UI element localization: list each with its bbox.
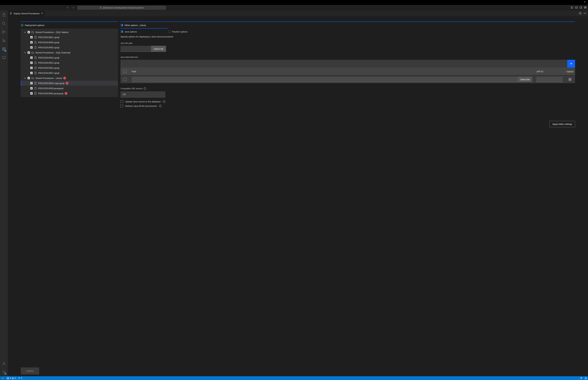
subtab-routine-options[interactable]: Routine options	[168, 29, 216, 35]
extensions-icon[interactable]: 1	[0, 46, 8, 52]
checkbox-checked[interactable]	[28, 31, 30, 33]
tree-item[interactable]: PROCEDURE9.javaspsql!	[21, 91, 118, 96]
layout-sidebar-right-icon[interactable]	[580, 6, 582, 9]
dependencies-search-area[interactable]	[120, 60, 567, 68]
tree-item[interactable]: PROCEDURE6.spsql	[21, 40, 118, 45]
tab-close-button[interactable]	[41, 12, 43, 15]
svg-point-0	[100, 7, 102, 8]
checkbox-checked[interactable]	[30, 36, 33, 38]
dependency-select-file-button[interactable]: Select file	[518, 77, 532, 82]
check-circle-icon	[21, 24, 23, 27]
layout-sidebar-left-icon[interactable]	[571, 6, 573, 9]
info-icon[interactable]	[159, 105, 162, 107]
tree-item[interactable]: PROCEDURE1.spsql	[21, 35, 118, 40]
info-icon[interactable]	[143, 87, 146, 90]
tree-item[interactable]: PROCEDURE2.spsql	[21, 60, 118, 65]
svg-point-9	[2, 31, 3, 32]
tree-item-label: PROCEDURE7.spsql	[38, 72, 59, 74]
select-all-checkbox[interactable]	[124, 70, 127, 73]
checkbox-checked[interactable]	[30, 92, 33, 95]
chevron-down-icon[interactable]	[24, 51, 26, 54]
svg-rect-4	[584, 7, 585, 7]
add-dependency-button[interactable]	[567, 60, 575, 68]
tree-item[interactable]: PROCEDURE7.spsql	[21, 70, 118, 76]
accounts-icon[interactable]	[0, 361, 8, 367]
deploy-button[interactable]: Deploy	[21, 367, 39, 375]
subtab-routine-label: Routine options	[172, 30, 188, 33]
extensions-badge: 1	[4, 50, 6, 52]
tree-group[interactable]: Stored Procedures - (SQL Native)	[21, 30, 118, 35]
remote-explorer-icon[interactable]	[0, 55, 8, 60]
checkbox-checked[interactable]	[30, 46, 33, 49]
procedures-tree: Stored Procedures - (SQL Native)PROCEDUR…	[21, 29, 118, 97]
settings-gear-icon[interactable]: 1	[0, 369, 8, 375]
svg-point-31	[19, 378, 19, 378]
file-icon	[34, 41, 37, 44]
tree-group[interactable]: Stored Procedures - (Java)!	[21, 76, 118, 81]
nav-back-icon[interactable]	[66, 6, 69, 9]
checkbox-checked[interactable]	[30, 82, 33, 84]
checkbox-checked[interactable]	[30, 67, 33, 69]
status-notifications-icon[interactable]	[584, 377, 588, 379]
tab-deploy-stored-procedures[interactable]: Deploy Stored Procedures	[8, 11, 45, 16]
command-center[interactable]: [Extension Development Host] Document	[77, 6, 166, 10]
checkbox-checked[interactable]	[30, 57, 33, 59]
svg-rect-5	[586, 7, 586, 7]
folder-icon	[31, 51, 34, 54]
checkbox-checked[interactable]	[30, 87, 33, 90]
run-debug-icon[interactable]	[0, 38, 8, 43]
dependency-path-input[interactable]	[132, 77, 518, 82]
svg-point-19	[3, 371, 4, 372]
chevron-down-icon[interactable]	[24, 31, 26, 33]
checkbox-checked[interactable]	[30, 62, 33, 64]
svg-point-8	[2, 22, 5, 24]
tree-group[interactable]: Stored Procedures - (SQL External)	[21, 50, 118, 55]
subtab-java-options[interactable]: Java options	[120, 28, 168, 35]
tree-item[interactable]: PROCEDURE8 copy.spsql!	[21, 81, 118, 86]
tree-item[interactable]: PROCEDURE4.spsql	[21, 65, 118, 70]
file-icon	[34, 82, 37, 85]
tree-item[interactable]: PROCEDURE3.spsql	[21, 55, 118, 60]
row-checkbox[interactable]	[124, 78, 127, 81]
file-icon	[34, 46, 37, 49]
remote-indicator[interactable]	[0, 376, 6, 380]
checkbox-checked[interactable]	[30, 41, 33, 43]
split-editor-icon[interactable]	[579, 12, 582, 15]
search-icon[interactable]	[0, 20, 8, 27]
upload-checkbox[interactable]	[569, 78, 571, 81]
nav-forward-icon[interactable]	[72, 6, 75, 9]
checkbox-checked[interactable]	[28, 77, 30, 79]
status-problems[interactable]: 0 0	[6, 377, 17, 379]
error-icon	[7, 377, 9, 379]
layout-customize-icon[interactable]	[584, 6, 587, 9]
jar-id-input[interactable]	[536, 77, 563, 82]
tree-item[interactable]: PROCEDURE5.spsql	[21, 45, 118, 50]
refresh-wlm-label: Refresh Java WLM environment	[125, 105, 157, 107]
select-file-button[interactable]: Select file	[151, 46, 166, 52]
checkbox-checked[interactable]	[28, 51, 30, 54]
folder-icon	[31, 31, 34, 34]
jre-version-input[interactable]	[120, 91, 165, 97]
file-icon	[34, 61, 37, 64]
source-control-icon[interactable]	[0, 29, 8, 35]
status-feedback-icon[interactable]	[579, 377, 584, 379]
layout-panel-icon[interactable]	[575, 6, 578, 9]
file-icon	[34, 67, 37, 69]
dependencies-table: Path JAR ID Upload Select file	[120, 68, 575, 83]
refresh-wlm-checkbox[interactable]	[120, 105, 123, 107]
java-file-path-input[interactable]	[120, 46, 151, 52]
error-badge-icon: !	[63, 77, 66, 79]
explorer-icon[interactable]	[0, 12, 8, 18]
svg-rect-3	[580, 7, 582, 8]
file-icon	[34, 87, 37, 90]
apply-folder-settings-button[interactable]: Apply folder settings	[549, 121, 575, 127]
chevron-down-icon[interactable]	[24, 77, 26, 79]
upload-source-checkbox[interactable]	[120, 100, 123, 103]
checkbox-checked[interactable]	[30, 72, 33, 74]
info-icon[interactable]	[163, 100, 165, 103]
tree-item[interactable]: PROCEDURE8.javaspsql	[21, 86, 118, 91]
status-ports[interactable]: 0	[17, 377, 23, 379]
more-actions-icon[interactable]	[584, 12, 586, 15]
file-icon	[34, 72, 37, 74]
tree-item-label: PROCEDURE5.spsql	[38, 46, 59, 49]
